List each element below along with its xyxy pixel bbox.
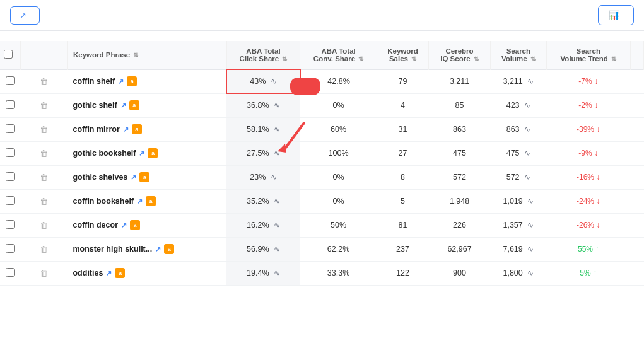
frequently-bought-tab[interactable] [47, 11, 65, 19]
row-checkbox-cell[interactable] [0, 93, 20, 117]
row-checkbox[interactable] [6, 124, 15, 133]
trend-chart-icon[interactable]: ∿ [274, 101, 280, 110]
row-checkbox-cell[interactable] [0, 165, 20, 189]
search-vol-chart-icon[interactable]: ∿ [527, 245, 534, 253]
search-volume-trend-header[interactable]: SearchVolume Trend ⇅ [546, 41, 630, 69]
aba-conv-share-cell: 62.2% [300, 237, 377, 261]
search-vol-chart-icon[interactable]: ∿ [527, 269, 534, 277]
amazon-badge[interactable]: a [139, 172, 149, 182]
row-actions-cell: 🗑 [20, 237, 67, 261]
external-link-icon[interactable]: ↗ [131, 173, 136, 182]
vol-trend-value: -2% [578, 101, 592, 110]
aba-click-share-cell: 43% ∿ [226, 69, 300, 93]
keyword-text: gothic shelf [73, 101, 117, 110]
down-arrow-icon: ↓ [597, 125, 600, 134]
select-all-checkbox[interactable] [4, 50, 13, 59]
amazon-badge[interactable]: a [164, 244, 174, 254]
search-vol-value: 863 [506, 125, 520, 134]
trend-chart-icon[interactable]: ∿ [274, 221, 280, 230]
cerebro-iq-cell: 475 [429, 141, 491, 165]
delete-button[interactable]: 🗑 [37, 148, 50, 160]
search-vol-chart-icon[interactable]: ∿ [527, 221, 534, 230]
vol-trend-cell: -7% ↓ [546, 69, 630, 93]
aba-conv-share-header[interactable]: ABA TotalConv. Share ⇅ [300, 41, 377, 69]
keyword-sales-header[interactable]: KeywordSales ⇅ [377, 41, 429, 69]
row-checkbox-cell[interactable] [0, 237, 20, 261]
external-link-icon[interactable]: ↗ [121, 221, 127, 230]
trend-chart-icon[interactable]: ∿ [271, 173, 277, 182]
table-row: 🗑 oddities ↗ a 19.4% ∿ 33.3% 122 900 1,8… [0, 261, 644, 285]
trend-chart-icon[interactable]: ∿ [274, 197, 280, 206]
external-link-icon[interactable]: ↗ [139, 149, 144, 158]
aba-click-share-cell: 36.8% ∿ [226, 93, 300, 117]
amazon-badge[interactable]: a [130, 220, 140, 230]
vol-trend-value: -9% [578, 149, 592, 158]
aba-click-value: 16.2% [247, 221, 269, 230]
external-link-icon[interactable]: ↗ [137, 197, 143, 206]
row-checkbox[interactable] [6, 220, 15, 229]
external-link-icon: ↗ [20, 11, 26, 20]
row-checkbox-cell[interactable] [0, 261, 20, 285]
external-link-icon[interactable]: ↗ [106, 269, 112, 277]
amazon-badge[interactable]: a [146, 196, 156, 206]
cerebro-iq-cell: 226 [429, 213, 491, 237]
amazon-badge[interactable]: a [129, 100, 139, 110]
row-checkbox[interactable] [6, 76, 15, 85]
amazon-badge[interactable]: a [132, 124, 142, 134]
external-link-icon[interactable]: ↗ [120, 102, 126, 110]
show-historical-trend-button[interactable]: 📊 [598, 5, 634, 25]
delete-button[interactable]: 🗑 [37, 243, 50, 255]
table-row: 🗑 coffin mirror ↗ a 58.1% ∿ 60% 31 863 8… [0, 117, 644, 141]
select-all-header[interactable] [0, 41, 20, 69]
run-listing-analyzer-button[interactable]: ↗ [10, 6, 40, 25]
amazon-badge[interactable]: a [127, 76, 137, 86]
row-checkbox[interactable] [6, 268, 15, 277]
vol-trend-cell: -16% ↓ [546, 165, 630, 189]
delete-button[interactable]: 🗑 [37, 76, 50, 88]
delete-button[interactable]: 🗑 [37, 100, 50, 112]
search-vol-chart-icon[interactable]: ∿ [524, 173, 530, 182]
aba-click-share-header[interactable]: ABA TotalClick Share ⇅ [226, 41, 300, 69]
search-volume-header[interactable]: SearchVolume ⇅ [490, 41, 546, 69]
external-link-icon[interactable]: ↗ [123, 125, 129, 134]
search-vol-chart-icon[interactable]: ∿ [524, 101, 530, 110]
cerebro-value: 900 [453, 269, 466, 277]
row-checkbox-cell[interactable] [0, 69, 20, 93]
row-checkbox[interactable] [6, 100, 15, 109]
row-checkbox[interactable] [6, 148, 15, 157]
delete-button[interactable]: 🗑 [37, 195, 50, 207]
search-vol-chart-icon[interactable]: ∿ [524, 125, 530, 134]
search-vol-chart-icon[interactable]: ∿ [527, 77, 534, 86]
down-arrow-icon: ↓ [594, 77, 598, 86]
search-vol-value: 7,619 [503, 245, 522, 253]
keyword-sales-value: 27 [399, 149, 407, 158]
cerebro-iq-header[interactable]: CerebroIQ Score ⇅ [429, 41, 491, 69]
row-checkbox[interactable] [6, 196, 15, 205]
delete-button[interactable]: 🗑 [37, 124, 50, 136]
row-checkbox[interactable] [6, 244, 15, 253]
vol-trend-value: 5% [580, 269, 590, 277]
row-checkbox-cell[interactable] [0, 117, 20, 141]
keyword-phrase-header[interactable]: Keyword Phrase ⇅ [67, 41, 226, 69]
trend-chart-icon[interactable]: ∿ [271, 77, 277, 86]
external-link-icon[interactable]: ↗ [118, 78, 124, 86]
trend-chart-icon[interactable]: ∿ [274, 269, 280, 277]
keyword-sales-cell: 122 [377, 261, 429, 285]
delete-button[interactable]: 🗑 [37, 219, 50, 231]
search-volume-cell: 3,211 ∿ [490, 69, 546, 93]
cerebro-value: 226 [453, 221, 466, 230]
row-checkbox-cell[interactable] [0, 213, 20, 237]
search-vol-chart-icon[interactable]: ∿ [524, 149, 530, 158]
delete-button[interactable]: 🗑 [37, 172, 50, 183]
cerebro-iq-cell: 572 [429, 165, 491, 189]
delete-button[interactable]: 🗑 [37, 267, 50, 279]
search-vol-chart-icon[interactable]: ∿ [527, 197, 534, 206]
trend-chart-icon[interactable]: ∿ [274, 245, 280, 253]
row-checkbox-cell[interactable] [0, 189, 20, 213]
external-link-icon[interactable]: ↗ [155, 245, 161, 253]
amazon-badge[interactable]: a [115, 268, 125, 278]
row-checkbox[interactable] [6, 172, 15, 181]
amazon-badge[interactable]: a [148, 148, 158, 158]
row-checkbox-cell[interactable] [0, 141, 20, 165]
cerebro-value: 572 [453, 173, 466, 182]
